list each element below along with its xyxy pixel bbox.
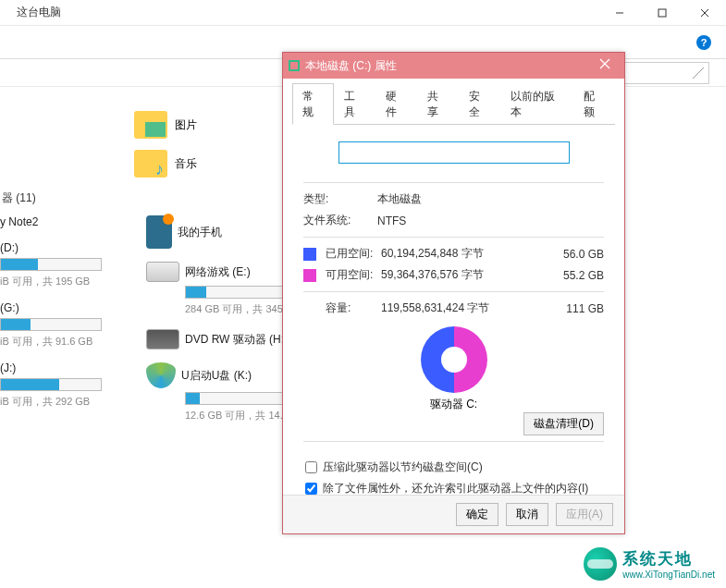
used-bytes: 60,194,254,848 字节 <box>381 246 539 262</box>
free-color-swatch <box>303 269 316 282</box>
compress-checkbox[interactable] <box>305 461 317 473</box>
ok-button[interactable]: 确定 <box>456 503 498 526</box>
dialog-title: 本地磁盘 (C:) 属性 <box>305 58 397 74</box>
library-label: 音乐 <box>175 156 197 172</box>
main-titlebar: 这台电脑 <box>0 0 726 26</box>
volume-name-input[interactable] <box>338 141 570 164</box>
close-button[interactable] <box>683 0 726 26</box>
capacity-bar <box>185 392 287 405</box>
drive-item[interactable]: (G:) iB 可用，共 91.6 GB <box>0 298 129 358</box>
properties-dialog: 本地磁盘 (C:) 属性 常规 工具 硬件 共享 安全 以前的版本 配额 类型:… <box>282 52 625 534</box>
window-controls <box>598 0 726 26</box>
tab-general[interactable]: 常规 <box>292 83 334 125</box>
tab-strip: 常规 工具 硬件 共享 安全 以前的版本 配额 <box>292 82 615 125</box>
svg-line-4 <box>693 67 704 79</box>
free-gb: 55.2 GB <box>539 269 604 282</box>
dialog-close-button[interactable] <box>591 56 619 75</box>
usage-pie-chart <box>421 326 487 393</box>
dialog-titlebar[interactable]: 本地磁盘 (C:) 属性 <box>283 53 624 79</box>
capacity-bar <box>0 318 102 331</box>
phone-icon <box>146 215 172 249</box>
tab-quota[interactable]: 配额 <box>573 83 615 125</box>
cancel-button[interactable]: 取消 <box>506 503 548 526</box>
help-icon[interactable]: ? <box>696 35 711 50</box>
pictures-icon <box>134 111 167 139</box>
fs-value: NTFS <box>377 214 604 227</box>
drive-icon <box>146 262 179 282</box>
capacity-bytes: 119,558,631,424 字节 <box>381 300 539 316</box>
type-label: 类型: <box>303 191 377 207</box>
tab-security[interactable]: 安全 <box>459 83 500 125</box>
tab-share[interactable]: 共享 <box>417 83 459 125</box>
apply-button[interactable]: 应用(A) <box>556 503 613 526</box>
right-column: 我的手机 网络游戏 (E:) 284 GB 可用，共 345 G DVD RW … <box>139 212 305 432</box>
index-checkbox[interactable] <box>305 483 317 495</box>
disk-cleanup-button[interactable]: 磁盘清理(D) <box>523 412 604 435</box>
capacity-bar <box>0 258 102 271</box>
type-value: 本地磁盘 <box>377 191 604 207</box>
library-label: 图片 <box>175 117 197 133</box>
music-icon <box>134 150 167 178</box>
watermark-url: www.XiTongTianDi.net <box>622 570 715 580</box>
dvd-icon <box>146 329 179 349</box>
window-title: 这台电脑 <box>7 5 61 20</box>
drive-item[interactable]: (D:) iB 可用，共 195 GB <box>0 238 129 298</box>
free-bytes: 59,364,376,576 字节 <box>381 267 539 283</box>
capacity-gb: 111 GB <box>539 302 604 315</box>
usb-icon <box>146 362 176 388</box>
capacity-bar <box>185 286 287 299</box>
tab-previous[interactable]: 以前的版本 <box>500 83 573 125</box>
watermark-title: 系统天地 <box>622 548 715 570</box>
used-color-swatch <box>303 248 316 261</box>
svg-rect-1 <box>658 9 666 17</box>
compress-label: 压缩此驱动器以节约磁盘空间(C) <box>323 459 483 475</box>
capacity-bar <box>0 378 102 391</box>
left-column: y Note2 (D:) iB 可用，共 195 GB (G:) iB 可用，共… <box>0 212 129 432</box>
drive-item[interactable]: y Note2 <box>0 212 129 238</box>
fs-label: 文件系统: <box>303 213 377 228</box>
tab-hardware[interactable]: 硬件 <box>375 83 417 125</box>
drive-item[interactable]: (J:) iB 可用，共 292 GB <box>0 358 129 418</box>
drive-title-icon <box>289 60 300 71</box>
dialog-footer: 确定 取消 应用(A) <box>283 495 624 533</box>
drive-label: 驱动器 C: <box>292 397 615 412</box>
minimize-button[interactable] <box>598 0 641 26</box>
used-gb: 56.0 GB <box>539 248 604 261</box>
capacity-label: 容量: <box>326 300 381 316</box>
used-label: 已用空间: <box>326 246 381 262</box>
compress-checkbox-row[interactable]: 压缩此驱动器以节约磁盘空间(C) <box>305 457 602 478</box>
maximize-button[interactable] <box>641 0 683 26</box>
watermark-icon <box>584 547 617 581</box>
watermark: 系统天地 www.XiTongTianDi.net <box>584 547 715 581</box>
tab-tools[interactable]: 工具 <box>334 83 375 125</box>
free-label: 可用空间: <box>326 267 381 283</box>
